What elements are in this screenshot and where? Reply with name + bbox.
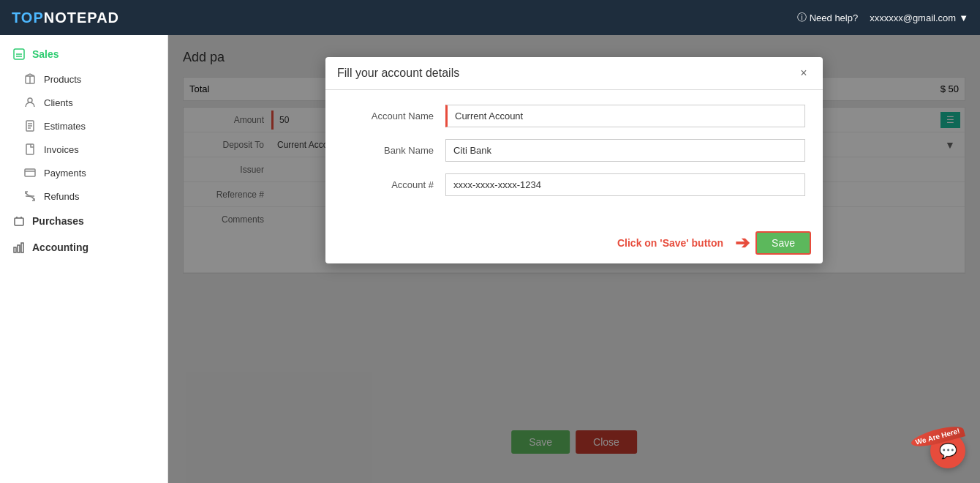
bank-name-row: Bank Name bbox=[343, 139, 805, 162]
credit-card-icon bbox=[23, 166, 37, 179]
chat-icon: 💬 bbox=[939, 442, 957, 460]
bank-name-input[interactable] bbox=[445, 139, 805, 162]
svg-rect-11 bbox=[25, 169, 35, 176]
top-navbar: TopNotepad ⓘ Need help? xxxxxxx@gmail.co… bbox=[0, 0, 980, 35]
account-number-input[interactable] bbox=[445, 173, 805, 196]
products-label: Products bbox=[44, 74, 81, 85]
svg-rect-17 bbox=[18, 245, 20, 252]
help-label: Need help? bbox=[810, 12, 859, 23]
svg-rect-10 bbox=[26, 144, 34, 154]
file-text-icon bbox=[23, 119, 37, 132]
sales-label: Sales bbox=[32, 48, 59, 60]
user-icon bbox=[23, 96, 37, 109]
user-email: xxxxxxx@gmail.com bbox=[870, 12, 956, 23]
modal-overlay: Fill your account details × Account Name… bbox=[168, 35, 980, 483]
main-layout: Sales Products Clients Estimates Invoice bbox=[0, 35, 980, 483]
arrow-icon: ➔ bbox=[735, 233, 750, 253]
sidebar-item-payments[interactable]: Payments bbox=[0, 161, 167, 184]
account-number-label: Account # bbox=[343, 179, 445, 190]
help-icon: ⓘ bbox=[797, 11, 807, 24]
account-name-input[interactable] bbox=[445, 105, 805, 127]
modal-header: Fill your account details × bbox=[325, 57, 823, 90]
accounting-label: Accounting bbox=[32, 242, 88, 253]
modal-close-button[interactable]: × bbox=[796, 66, 811, 80]
accounting-icon bbox=[12, 240, 26, 255]
chat-widget: We Are Here! 💬 bbox=[930, 433, 965, 468]
svg-rect-18 bbox=[21, 243, 23, 252]
sidebar-item-clients[interactable]: Clients bbox=[0, 91, 167, 114]
logo-top: Top bbox=[12, 10, 44, 26]
main-content: Add pa Total $ 50 Amount 50 ☰ Deposit To… bbox=[168, 35, 980, 483]
account-name-label: Account Name bbox=[343, 111, 445, 121]
instruction-text: Click on 'Save' button bbox=[617, 237, 723, 249]
modal-body: Account Name Bank Name Account # bbox=[325, 90, 823, 222]
refunds-label: Refunds bbox=[44, 191, 79, 202]
app-logo: TopNotepad bbox=[12, 10, 119, 26]
purchases-label: Purchases bbox=[32, 215, 84, 227]
payments-label: Payments bbox=[44, 168, 86, 179]
modal-title: Fill your account details bbox=[337, 67, 459, 80]
account-number-row: Account # bbox=[343, 173, 805, 196]
invoices-label: Invoices bbox=[44, 144, 79, 155]
account-name-row: Account Name bbox=[343, 105, 805, 127]
logo-bottom: Notepad bbox=[44, 10, 119, 26]
sidebar-item-refunds[interactable]: Refunds bbox=[0, 184, 167, 208]
modal-save-button[interactable]: Save bbox=[755, 231, 811, 255]
sidebar-item-invoices[interactable]: Invoices bbox=[0, 138, 167, 161]
help-link[interactable]: ⓘ Need help? bbox=[797, 11, 859, 24]
refunds-icon bbox=[23, 190, 37, 203]
bank-name-label: Bank Name bbox=[343, 145, 445, 156]
modal-footer: Click on 'Save' button ➔ Save bbox=[325, 222, 823, 263]
sidebar-accounting-header[interactable]: Accounting bbox=[0, 234, 167, 261]
account-details-modal: Fill your account details × Account Name… bbox=[325, 57, 823, 263]
svg-rect-13 bbox=[15, 218, 23, 225]
sidebar: Sales Products Clients Estimates Invoice bbox=[0, 35, 168, 483]
clients-label: Clients bbox=[44, 97, 73, 108]
file-icon bbox=[23, 143, 37, 156]
navbar-right: ⓘ Need help? xxxxxxx@gmail.com ▼ bbox=[797, 11, 968, 24]
user-dropdown[interactable]: xxxxxxx@gmail.com ▼ bbox=[870, 12, 968, 23]
sidebar-item-products[interactable]: Products bbox=[0, 67, 167, 91]
chevron-down-icon: ▼ bbox=[959, 12, 968, 23]
svg-point-5 bbox=[28, 98, 32, 102]
box-icon bbox=[23, 72, 37, 86]
sidebar-sales-header[interactable]: Sales bbox=[0, 41, 167, 67]
estimates-label: Estimates bbox=[44, 121, 86, 132]
sidebar-item-estimates[interactable]: Estimates bbox=[0, 114, 167, 138]
purchases-icon bbox=[12, 214, 26, 228]
sales-icon bbox=[12, 47, 26, 61]
sidebar-purchases-header[interactable]: Purchases bbox=[0, 208, 167, 234]
svg-rect-16 bbox=[14, 247, 16, 252]
